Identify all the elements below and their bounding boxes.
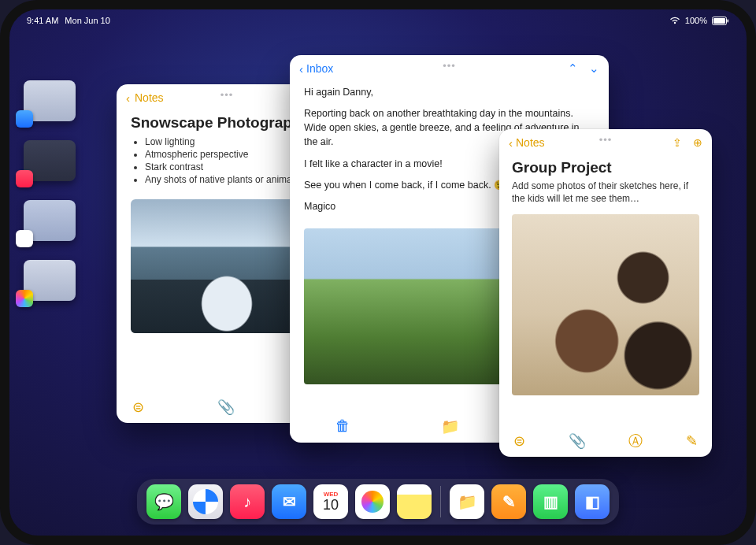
- window-handle-icon[interactable]: •••: [443, 60, 456, 72]
- stage-thumb-music[interactable]: [24, 140, 76, 181]
- dock-music-icon[interactable]: ♪: [230, 484, 265, 519]
- dock-safari-icon[interactable]: [188, 484, 223, 519]
- calendar-day: 10: [323, 498, 339, 512]
- archive-icon[interactable]: 📁: [441, 417, 460, 436]
- dock-photos-icon[interactable]: [355, 484, 390, 519]
- back-chevron-icon[interactable]: ‹: [299, 62, 303, 76]
- files-app-icon: [16, 230, 33, 247]
- compose-icon[interactable]: ✎: [686, 432, 698, 450]
- back-button[interactable]: Notes: [516, 136, 545, 149]
- battery-percent: 100%: [685, 16, 707, 25]
- dock-numbers-icon[interactable]: ▥: [533, 484, 568, 519]
- dock-pages-icon[interactable]: ✎: [491, 484, 526, 519]
- markup-icon[interactable]: Ⓐ: [628, 432, 643, 450]
- back-button[interactable]: Notes: [135, 91, 164, 104]
- more-icon[interactable]: ⊕: [693, 136, 702, 149]
- dock-mail-icon[interactable]: ✉: [272, 484, 306, 519]
- battery-icon: [712, 17, 729, 25]
- notes-toolbar: ⊜ 📎 Ⓐ ✎: [499, 425, 712, 457]
- svg-rect-1: [713, 18, 725, 24]
- mail-greeting: Hi again Danny,: [304, 85, 595, 99]
- dock-messages-icon[interactable]: 💬: [146, 484, 181, 519]
- stage-thumb-mail[interactable]: [24, 80, 76, 121]
- stage-thumb-files[interactable]: [24, 200, 76, 241]
- attachment-icon[interactable]: 📎: [569, 432, 586, 450]
- status-time: 9:41 AM: [27, 16, 58, 25]
- svg-rect-2: [728, 19, 729, 22]
- status-date: Mon Jun 10: [65, 16, 109, 25]
- note-image: [512, 214, 699, 395]
- note-title: Group Project: [499, 156, 712, 180]
- dock-calendar-icon[interactable]: WED 10: [313, 484, 348, 519]
- prev-message-icon[interactable]: ⌃: [568, 61, 578, 76]
- music-app-icon: [16, 170, 33, 187]
- status-bar: 9:41 AM Mon Jun 10 100%: [9, 14, 747, 27]
- note-body-text: Add some photos of their sketches here, …: [499, 180, 712, 211]
- dock: 💬 ♪ ✉ WED 10 📁 ✎ ▥ ◧: [137, 479, 619, 525]
- back-chevron-icon[interactable]: ‹: [509, 136, 513, 150]
- window-handle-icon[interactable]: •••: [599, 134, 613, 146]
- dock-separator: [440, 486, 441, 517]
- dock-shortcuts-icon[interactable]: ◧: [575, 484, 610, 519]
- checklist-icon[interactable]: ⊜: [132, 399, 144, 416]
- back-button[interactable]: Inbox: [306, 62, 333, 75]
- mail-app-icon: [16, 110, 33, 128]
- share-icon[interactable]: ⇪: [673, 136, 682, 149]
- next-message-icon[interactable]: ⌄: [589, 61, 599, 76]
- stage-manager-strip: [24, 80, 80, 301]
- ipad-frame: 9:41 AM Mon Jun 10 100% •••: [0, 0, 756, 545]
- dock-notes-icon[interactable]: [397, 484, 432, 519]
- wifi-icon: [669, 17, 680, 24]
- dock-files-icon[interactable]: 📁: [450, 484, 484, 519]
- stage-thumb-photos[interactable]: [24, 260, 76, 301]
- attachment-icon[interactable]: 📎: [217, 399, 235, 416]
- checklist-icon[interactable]: ⊜: [513, 432, 525, 450]
- back-chevron-icon[interactable]: ‹: [126, 91, 130, 105]
- window-handle-icon[interactable]: •••: [220, 89, 234, 101]
- photos-app-icon: [16, 290, 33, 307]
- trash-icon[interactable]: 🗑: [335, 417, 350, 435]
- notes-window-group-project[interactable]: ••• ‹ Notes ⇪ ⊕ Group Project Add some p…: [499, 129, 712, 457]
